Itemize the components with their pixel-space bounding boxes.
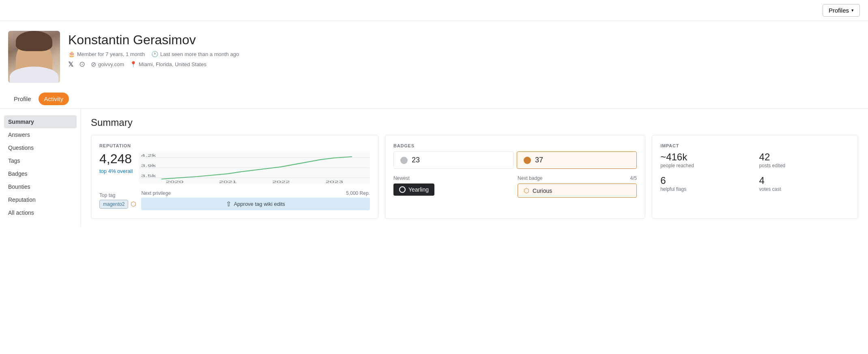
tag-text: magento2: [103, 201, 125, 207]
impact-card: IMPACT ~416k people reached 42 posts edi…: [652, 135, 858, 219]
reputation-card: REPUTATION 4,248 top 4% overall: [91, 135, 378, 219]
bronze-badge-icon: [524, 157, 531, 164]
silver-count: 23: [412, 156, 420, 164]
top-bar: Profiles ▾: [0, 0, 868, 21]
profiles-label: Profiles: [829, 7, 849, 14]
tab-activity[interactable]: Activity: [39, 93, 69, 105]
sidebar-item-questions[interactable]: Questions: [4, 141, 77, 154]
sidebar-item-all-actions[interactable]: All actions: [4, 206, 77, 219]
top-tag-section: Top tag magento2 ⬡: [99, 192, 136, 209]
sidebar-item-summary[interactable]: Summary: [4, 115, 77, 128]
newest-section: Newest Yearling: [393, 175, 513, 196]
location-icon: [130, 61, 137, 67]
chevron-down-icon: ▾: [851, 8, 854, 13]
profile-info: Konstantin Gerasimov Member for 7 years,…: [68, 31, 860, 69]
profile-links: goivvy.com Miami, Florida, United States: [68, 60, 860, 69]
rep-chart: 4.2k 3.9k 3.5k 2020 2021 2022 2023: [139, 151, 370, 184]
sidebar-item-tags[interactable]: Tags: [4, 154, 77, 167]
yearling-badge: Yearling: [393, 183, 434, 196]
rep-chart-area: 4,248 top 4% overall 4.2k: [99, 151, 370, 184]
newest-label: Newest: [393, 175, 513, 181]
reputation-card-label: REPUTATION: [99, 143, 370, 148]
votes-cast-desc: votes cast: [759, 186, 850, 192]
github-icon: [79, 60, 85, 69]
bronze-hex-icon: ⬡: [131, 200, 136, 208]
privilege-label: Next privilege 5,000 Rep.: [141, 190, 370, 196]
impact-grid: ~416k people reached 42 posts edited 6 h…: [660, 151, 850, 192]
posts-edited: 42 posts edited: [759, 151, 850, 168]
reputation-rank: top 4% overall: [99, 168, 133, 174]
svg-text:3.5k: 3.5k: [141, 174, 157, 178]
last-seen: Last seen more than a month ago: [151, 51, 239, 57]
content-area: Summary REPUTATION 4,248 top 4% overall: [81, 109, 868, 227]
rep-left: 4,248 top 4% overall: [99, 151, 133, 179]
reputation-number: 4,248: [99, 151, 133, 166]
main-layout: Summary Answers Questions Tags Badges Bo…: [0, 109, 868, 227]
web-icon: [91, 60, 96, 68]
next-badge-label: Next badge: [518, 175, 542, 181]
posts-edited-desc: posts edited: [759, 163, 850, 168]
next-badge-section: Next badge 4/5 ⬡ Curious: [518, 175, 637, 198]
svg-text:4.2k: 4.2k: [141, 153, 157, 158]
reputation-chart-svg: 4.2k 3.9k 3.5k 2020 2021 2022 2023: [139, 151, 370, 184]
next-badge-progress: 4/5: [630, 175, 637, 181]
sidebar-item-answers[interactable]: Answers: [4, 128, 77, 141]
posts-edited-number: 42: [759, 151, 850, 163]
profile-meta: Member for 7 years, 1 month Last seen mo…: [68, 51, 860, 57]
twitter-icon: [68, 60, 73, 68]
content-title: Summary: [91, 117, 858, 128]
tab-profile[interactable]: Profile: [8, 93, 37, 105]
bronze-count: 37: [535, 156, 543, 164]
sidebar: Summary Answers Questions Tags Badges Bo…: [0, 109, 81, 227]
cake-icon: [68, 51, 75, 57]
people-reached: ~416k people reached: [660, 151, 751, 168]
badges-card-label: BADGES: [393, 143, 637, 148]
location: Miami, Florida, United States: [130, 61, 206, 67]
badges-bottom: Newest Yearling Next badge 4/5 ⬡: [393, 175, 637, 198]
website-link[interactable]: goivvy.com: [91, 60, 124, 68]
helpful-flags: 6 helpful flags: [660, 175, 751, 192]
svg-text:2021: 2021: [219, 180, 237, 184]
clock-icon: [151, 51, 158, 57]
sidebar-item-bounties[interactable]: Bounties: [4, 180, 77, 193]
silver-badge-count: 23: [393, 151, 513, 169]
svg-text:3.9k: 3.9k: [141, 164, 157, 168]
sidebar-item-reputation[interactable]: Reputation: [4, 193, 77, 206]
bronze-badge-count: 37: [517, 151, 637, 169]
privilege-button[interactable]: ⇧ Approve tag wiki edits: [141, 198, 370, 210]
privilege-section: Next privilege 5,000 Rep. ⇧ Approve tag …: [141, 190, 370, 210]
next-badge-header: Next badge 4/5: [518, 175, 637, 183]
avatar: [8, 31, 60, 83]
profile-header: Konstantin Gerasimov Member for 7 years,…: [0, 21, 868, 89]
top-tag-label: Top tag: [99, 192, 136, 198]
people-reached-number: ~416k: [660, 151, 751, 163]
cards-row: REPUTATION 4,248 top 4% overall: [91, 135, 858, 219]
votes-cast: 4 votes cast: [759, 175, 850, 192]
top-tag-badge[interactable]: magento2: [99, 200, 128, 209]
helpful-flags-number: 6: [660, 175, 751, 186]
tag-privilege-row: Top tag magento2 ⬡ Next privilege 5,000 …: [99, 190, 370, 210]
svg-text:2022: 2022: [272, 180, 290, 184]
profiles-button[interactable]: Profiles ▾: [823, 4, 860, 17]
bronze-hex-badge-icon: ⬡: [524, 187, 529, 194]
silver-badge-icon: [400, 157, 408, 164]
badges-card: BADGES 23 37 Newest: [385, 135, 645, 219]
curious-badge: ⬡ Curious: [518, 183, 637, 198]
svg-text:2020: 2020: [166, 180, 184, 184]
yearling-icon: [399, 186, 406, 193]
impact-card-label: IMPACT: [660, 143, 850, 148]
member-since: Member for 7 years, 1 month: [68, 51, 145, 57]
sidebar-item-badges[interactable]: Badges: [4, 167, 77, 180]
votes-cast-number: 4: [759, 175, 850, 186]
badges-counts-row: 23 37: [393, 151, 637, 169]
people-reached-desc: people reached: [660, 163, 751, 168]
nav-tabs: Profile Activity: [0, 89, 868, 109]
upload-icon: ⇧: [226, 200, 231, 208]
svg-text:2023: 2023: [326, 180, 344, 184]
helpful-flags-desc: helpful flags: [660, 186, 751, 192]
profile-name: Konstantin Gerasimov: [68, 32, 860, 47]
